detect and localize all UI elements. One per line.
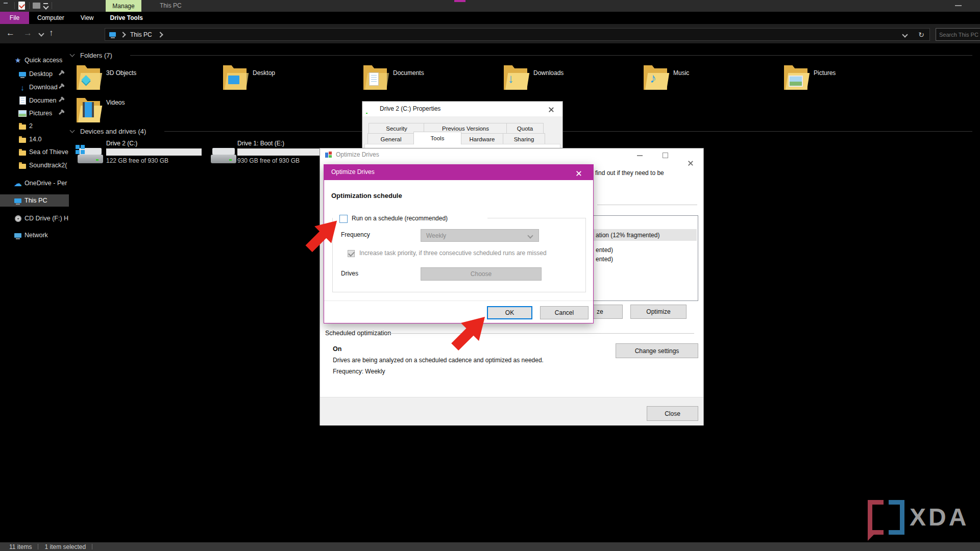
status-bar: 11 items 1 item selected bbox=[0, 542, 980, 551]
optimize-button[interactable]: Optimize bbox=[630, 305, 687, 319]
minimize-icon[interactable] bbox=[955, 5, 962, 6]
download-icon: ↓ bbox=[18, 83, 27, 91]
search-input[interactable] bbox=[936, 32, 980, 38]
sidebar-item-this-pc[interactable]: This PC bbox=[0, 194, 69, 207]
sidebar-item-network[interactable]: Network bbox=[0, 229, 69, 241]
drive-list-row[interactable]: ented) bbox=[596, 256, 613, 263]
cancel-button[interactable]: Cancel bbox=[540, 306, 589, 319]
change-settings-button[interactable]: Change settings bbox=[616, 343, 698, 358]
sidebar-item-14[interactable]: 14.0 bbox=[0, 133, 69, 145]
sidebar-item-2[interactable]: 2 bbox=[0, 120, 69, 132]
sidebar-item-soundtrack[interactable]: Soundtrack2( bbox=[0, 159, 69, 171]
pin-icon bbox=[59, 72, 62, 76]
divider bbox=[164, 131, 972, 132]
sidebar-item-pictures[interactable]: Pictures bbox=[0, 107, 69, 119]
maximize-icon[interactable] bbox=[663, 153, 668, 158]
folder-tile-downloads[interactable]: ↓ Downloads bbox=[504, 62, 631, 93]
frequency-dropdown[interactable]: Weekly bbox=[421, 229, 539, 242]
drive-list-row[interactable]: ented) bbox=[596, 246, 613, 254]
recent-locations-chevron-icon[interactable] bbox=[38, 31, 44, 36]
pin-icon bbox=[59, 85, 62, 89]
network-icon bbox=[14, 231, 22, 239]
address-box[interactable]: This PC ↻ bbox=[105, 28, 930, 41]
close-icon[interactable] bbox=[576, 170, 582, 177]
tab-content-panel bbox=[364, 144, 560, 148]
close-icon[interactable] bbox=[548, 107, 554, 113]
drive-led bbox=[96, 159, 99, 161]
folder-icon bbox=[77, 64, 100, 90]
tab-quota[interactable]: Quota bbox=[506, 123, 544, 134]
tab-tools[interactable]: Tools bbox=[413, 132, 461, 144]
folder-icon bbox=[18, 161, 27, 169]
document-icon bbox=[369, 72, 379, 86]
drive-tile-c[interactable]: Drive 2 (C:) 122 GB free of 930 GB bbox=[77, 140, 209, 169]
breadcrumb-chevron-icon[interactable] bbox=[157, 32, 163, 37]
tab-view[interactable]: View bbox=[72, 12, 102, 24]
divider bbox=[597, 205, 697, 205]
manage-ribbon-tab[interactable]: Manage bbox=[106, 0, 141, 12]
breadcrumb-chevron-icon[interactable] bbox=[120, 32, 126, 37]
sidebar-item-sea-of-thieves[interactable]: Sea of Thieve bbox=[0, 146, 69, 158]
tab-drive-tools[interactable]: Drive Tools bbox=[102, 12, 151, 24]
folder-qat-icon[interactable] bbox=[33, 3, 40, 9]
folder-tile-music[interactable]: ♪ Music bbox=[644, 62, 771, 93]
hard-drive-icon bbox=[211, 148, 236, 163]
tab-hardware[interactable]: Hardware bbox=[460, 133, 504, 145]
refresh-icon[interactable]: ↻ bbox=[918, 31, 924, 39]
forward-icon[interactable]: → bbox=[23, 28, 32, 38]
optimize-drives-icon bbox=[325, 152, 332, 159]
folder-tile-documents[interactable]: Documents bbox=[363, 62, 491, 93]
tab-file[interactable]: File bbox=[0, 12, 29, 24]
frequency-label: Frequency bbox=[341, 231, 370, 238]
folder-icon bbox=[363, 64, 387, 90]
properties-title-bar: Drive 2 (C:) Properties bbox=[362, 102, 562, 116]
up-icon[interactable]: ↑ bbox=[49, 28, 54, 38]
address-bar: ← → ↑ This PC ↻ bbox=[0, 24, 980, 43]
xda-watermark: XDA bbox=[868, 503, 969, 532]
picture-icon bbox=[18, 109, 27, 117]
properties-qat-icon[interactable] bbox=[18, 2, 25, 10]
sidebar-item-documents[interactable]: Documen bbox=[0, 94, 69, 107]
priority-checkbox[interactable] bbox=[348, 250, 355, 257]
collapse-chevron-icon[interactable] bbox=[70, 128, 75, 133]
tab-sharing[interactable]: Sharing bbox=[503, 133, 545, 145]
close-icon[interactable] bbox=[688, 160, 694, 166]
scheduled-optimization-header: Scheduled optimization bbox=[325, 330, 391, 337]
collapse-chevron-icon[interactable] bbox=[70, 52, 75, 57]
sidebar-item-cd-drive[interactable]: CD Drive (F:) H bbox=[0, 212, 69, 224]
tab-computer[interactable]: Computer bbox=[29, 12, 72, 24]
address-dropdown-chevron-icon[interactable] bbox=[902, 32, 908, 37]
picture-icon bbox=[789, 76, 803, 87]
monitor-icon bbox=[228, 76, 239, 84]
star-icon: ★ bbox=[14, 56, 22, 64]
pin-icon bbox=[59, 98, 62, 102]
tab-general[interactable]: General bbox=[368, 133, 414, 145]
folder-icon: ↓ bbox=[504, 64, 527, 90]
folder-tile-videos[interactable]: Videos bbox=[77, 95, 204, 126]
devices-group-header[interactable]: Devices and drives (4) bbox=[80, 128, 146, 135]
folder-tile-pictures[interactable]: Pictures bbox=[784, 62, 912, 93]
folder-tile-desktop[interactable]: Desktop bbox=[223, 62, 351, 93]
run-on-schedule-checkbox[interactable] bbox=[339, 215, 348, 223]
schedule-frequency: Frequency: Weekly bbox=[333, 368, 385, 375]
breadcrumb[interactable]: This PC bbox=[130, 31, 152, 38]
sidebar-item-quick-access[interactable]: ★ Quick access bbox=[0, 54, 69, 66]
xda-bracket-left-icon bbox=[868, 500, 884, 535]
sidebar-item-desktop[interactable]: Desktop bbox=[0, 68, 69, 80]
divider bbox=[385, 333, 694, 334]
folder-tile-3d-objects[interactable]: 3D Objects bbox=[77, 62, 204, 93]
ok-button[interactable]: OK bbox=[487, 306, 532, 319]
sidebar-item-downloads[interactable]: ↓ Download bbox=[0, 81, 69, 93]
drive-led bbox=[229, 159, 232, 161]
folders-group-header[interactable]: Folders (7) bbox=[80, 52, 112, 59]
close-button[interactable]: Close bbox=[647, 406, 698, 421]
check-icon bbox=[348, 250, 355, 257]
folder-icon bbox=[223, 64, 247, 90]
folder-icon bbox=[77, 97, 100, 122]
customize-qat-chevron-icon[interactable] bbox=[43, 4, 48, 9]
optimize-window-title: Optimize Drives bbox=[336, 151, 379, 158]
back-icon[interactable]: ← bbox=[6, 28, 15, 38]
minimize-icon[interactable] bbox=[637, 155, 643, 156]
sidebar-item-onedrive[interactable]: ☁ OneDrive - Per bbox=[0, 177, 69, 189]
choose-button[interactable]: Choose bbox=[421, 267, 542, 281]
